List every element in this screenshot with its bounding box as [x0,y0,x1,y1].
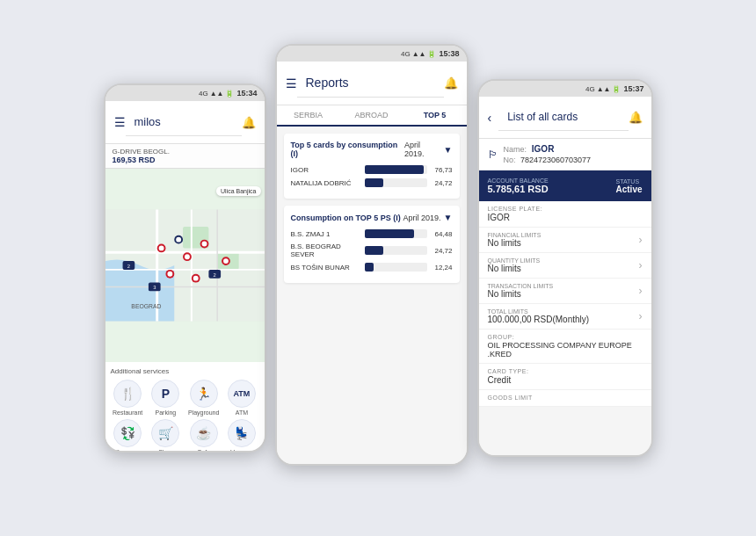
left-phone: 4G ▲▲ 🔋 15:34 ☰ milos 🔔 G-DRIVE BEOGL. 1… [104,83,266,453]
balance-section: ACCOUNT BALANCE 5.785,61 RSD [488,177,549,194]
bar-track-igor [365,165,427,174]
report-section-cards: Top 5 cards by consumption (I) April 201… [284,134,460,199]
right-bell-icon[interactable]: 🔔 [629,111,643,124]
additional-services: Additional services 🍴 Restaurant P Parki… [105,362,265,453]
service-atm[interactable]: ATM ATM [224,380,258,416]
field-quantity-limits[interactable]: QUANTITY LIMITS No limits › [479,253,651,279]
station-name: G-DRIVE BEOGL. [113,148,258,156]
field-total-label: TOTAL LIMITS [488,308,590,315]
service-cafe[interactable]: ☕ Cafe [186,419,221,453]
bar-row-igor: IGOR 76,73 [291,165,453,174]
field-group-value: OIL PROCESSING COMPANY EUROPE .KRED [488,341,643,359]
tab-abroad[interactable]: ABROAD [340,105,403,125]
bar-label-natalija: NATALIJA DOBRIĆ [291,179,361,187]
center-time: 15:38 [439,49,459,58]
card-number-value: 7824723060703077 [520,156,591,164]
bar-label-zmaj: B.S. ZMAJ 1 [291,230,361,238]
reports-content: Top 5 cards by consumption (I) April 201… [277,127,467,466]
map-area[interactable]: 2 3 2 BEOGRAD Ulica Banjica [105,169,265,362]
balance-label: ACCOUNT BALANCE [488,177,549,184]
period-2-dropdown[interactable]: ▼ [444,213,453,222]
center-menu-icon[interactable]: ☰ [286,76,297,91]
report-period-1[interactable]: April 2019. ▼ [404,141,453,158]
field-group: GROUP: OIL PROCESSING COMPANY EUROPE .KR… [479,330,651,364]
report-section-ps: Consumption on TOP 5 PS (I) April 2019. … [284,206,460,283]
status-section: STATUS Active [615,178,642,194]
center-network-icon: 4G [401,50,411,58]
services-title: Additional services [111,367,259,375]
card-name-row: Name: IGOR [504,144,592,154]
field-card-type-value: Credit [488,375,643,385]
center-app-header: ☰ Reports 🔔 [277,62,467,105]
field-card-type: CARD TYPE: Credit [479,364,651,390]
center-status-bar: 4G ▲▲ 🔋 15:38 [277,46,467,62]
svg-point-12 [185,254,190,259]
right-status-icons: 4G ▲▲ 🔋 [585,85,622,93]
field-group-label: GROUP: [488,334,643,340]
field-goods-limit: GOODS LIMIT [479,390,651,407]
field-total-left: TOTAL LIMITS 100.000,00 RSD(Monthly) [488,308,590,324]
center-status-icons: 4G ▲▲ 🔋 [401,50,437,58]
report-period-2[interactable]: April 2019. ▼ [403,213,453,222]
center-bell-icon[interactable]: 🔔 [444,76,458,90]
left-menu-icon[interactable]: ☰ [114,115,126,129]
service-vacuum[interactable]: 💺 Vacuum cleaner [224,419,258,453]
left-app-header: ☰ milos 🔔 [105,101,265,144]
back-icon[interactable]: ‹ [488,111,492,125]
bar-value-igor: 76,73 [431,166,453,174]
tab-top5[interactable]: TOP 5 [403,105,467,125]
right-time: 15:37 [623,84,643,93]
card-info: Name: IGOR No: 7824723060703077 [504,144,592,164]
services-grid: 🍴 Restaurant P Parking 🏃 Playground ATM … [111,380,259,453]
atm-label: ATM [236,409,248,416]
bar-value-beograd-sever: 24,72 [431,247,453,255]
card-flag-icon: 🏳 [488,148,498,161]
shop-label: Shop [158,449,172,453]
right-app-header: ‹ List of all cards 🔔 [479,97,651,139]
bar-fill-natalija [365,178,383,187]
bar-value-tosin-bunar: 12,24 [431,264,453,272]
fuel-price: 169,53 RSD [113,156,258,164]
right-status-bar: 4G ▲▲ 🔋 15:37 [479,81,651,97]
field-transaction-label: TRANSACTION LIMITS [488,283,554,289]
svg-text:2: 2 [213,272,215,278]
vacuum-label: Vacuum cleaner [224,449,258,453]
tab-serbia[interactable]: SERBIA [277,105,340,125]
parking-icon: P [151,380,179,408]
currency-icon: 💱 [113,419,142,447]
service-currency[interactable]: 💱 Currency exchange office [111,419,145,453]
map-info-bar: G-DRIVE BEOGL. 169,53 RSD [105,144,265,169]
field-financial-limits[interactable]: FINANCIAL LIMITS No limits › [479,228,651,253]
bar-track-tosin-bunar [365,263,427,272]
period-1-dropdown[interactable]: ▼ [444,145,453,155]
svg-point-18 [193,276,198,281]
field-license-plate: LICENSE PLATE: IGOR [479,201,651,228]
shop-icon: 🛒 [151,419,179,447]
report-section-1-header: Top 5 cards by consumption (I) April 201… [291,141,453,158]
service-shop[interactable]: 🛒 Shop [149,419,183,453]
bar-label-igor: IGOR [291,166,361,174]
svg-text:2: 2 [127,264,129,269]
svg-point-22 [176,237,181,243]
phones-container: 4G ▲▲ 🔋 15:34 ☰ milos 🔔 G-DRIVE BEOGL. 1… [86,53,671,483]
service-parking[interactable]: P Parking [149,380,183,416]
chevron-quantity: › [639,259,643,272]
service-playground[interactable]: 🏃 Playground [186,380,221,416]
chevron-total: › [639,310,643,322]
field-total-limits[interactable]: TOTAL LIMITS 100.000,00 RSD(Monthly) › [479,304,651,330]
card-number-row: No: 7824723060703077 [504,156,592,164]
left-bell-icon[interactable]: 🔔 [242,116,256,129]
field-total-value: 100.000,00 RSD(Monthly) [488,315,590,324]
svg-point-10 [158,245,164,250]
center-phone: 4G ▲▲ 🔋 15:38 ☰ Reports 🔔 SERBIA ABROAD … [275,44,469,466]
left-time: 15:34 [236,89,257,98]
field-card-type-label: CARD TYPE: [488,368,643,374]
bar-fill-beograd-sever [365,246,383,255]
field-transaction-limits[interactable]: TRANSACTION LIMITS No limits › [479,279,651,304]
service-restaurant[interactable]: 🍴 Restaurant [111,380,145,416]
field-financial-value: No limits [488,238,542,248]
restaurant-icon: 🍴 [113,380,142,408]
left-status-icons: 4G ▲▲ 🔋 [199,90,235,98]
playground-label: Playground [188,409,219,416]
status-value: Active [615,185,642,194]
